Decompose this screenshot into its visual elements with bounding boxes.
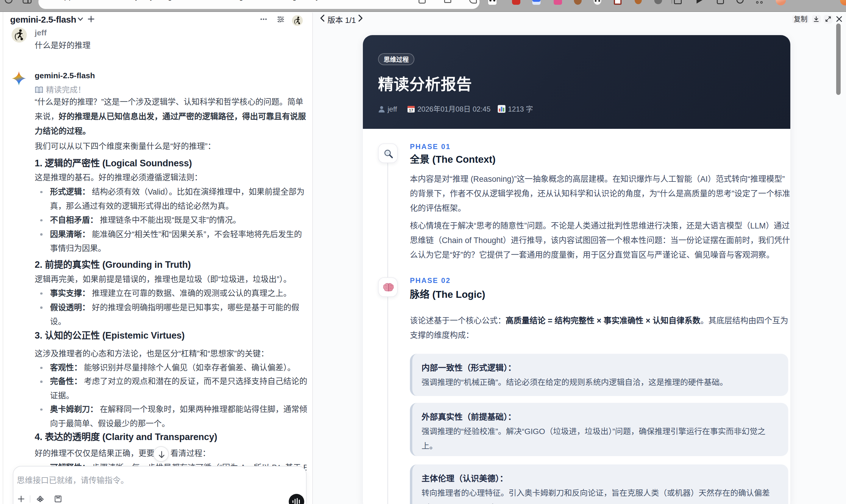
svg-text:17: 17 bbox=[409, 108, 413, 112]
